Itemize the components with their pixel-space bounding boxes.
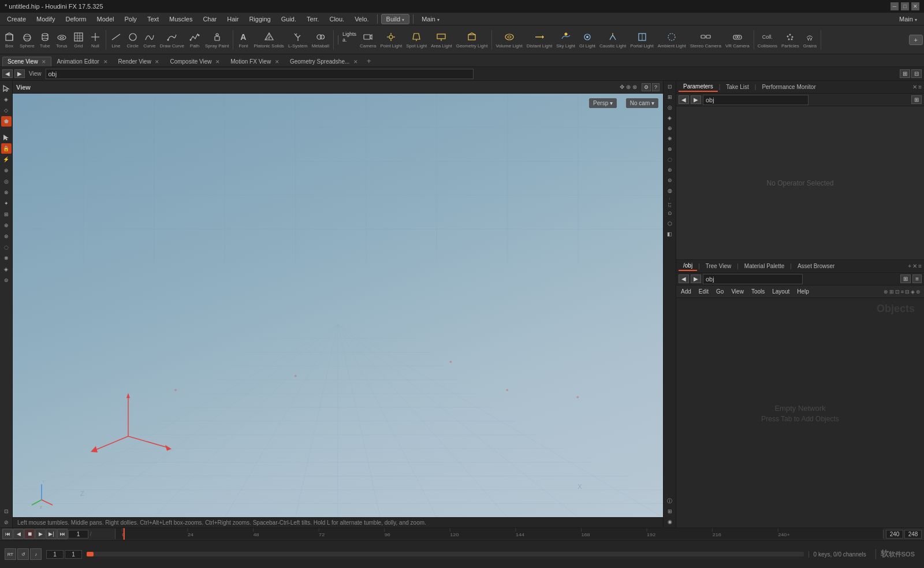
- tool-icon-14[interactable]: ◌: [1, 242, 12, 253]
- tool-platonic-solids[interactable]: Platonic Solids: [252, 30, 285, 50]
- net-back-button[interactable]: ◀: [679, 274, 689, 283]
- tab-composite-view[interactable]: Composite View ✕: [165, 57, 225, 66]
- vr-icon-13[interactable]: ⬡: [665, 219, 675, 228]
- tool-l-system[interactable]: L-System: [286, 30, 310, 50]
- tool-spray-paint[interactable]: Spray Paint: [203, 30, 230, 50]
- menu-main[interactable]: Main ▾: [417, 14, 444, 24]
- tool-path[interactable]: Path: [187, 30, 203, 50]
- timeline-numbers[interactable]: 0 24 48 72 96 120 144 168 192 216 240+: [116, 528, 883, 540]
- tool-icon-10[interactable]: ✦: [1, 198, 12, 209]
- tool-point-light[interactable]: Point Light: [378, 30, 404, 50]
- tool-vr-camera[interactable]: VR Camera: [724, 30, 751, 50]
- vr-icon-14[interactable]: ◧: [665, 229, 675, 239]
- tool-icon-4[interactable]: ⬟: [1, 116, 12, 127]
- tool-icon-3[interactable]: ◇: [1, 105, 12, 116]
- menu-muscles[interactable]: Muscles: [165, 14, 197, 24]
- tool-camera[interactable]: Camera: [358, 30, 378, 50]
- net-edit-btn[interactable]: Edit: [695, 287, 712, 296]
- right-forward-button[interactable]: ▶: [691, 95, 701, 104]
- vr-icon-3[interactable]: ◎: [665, 103, 675, 112]
- network-close-btn[interactable]: ✕: [912, 263, 917, 269]
- view-settings-btn[interactable]: ⚙: [642, 83, 651, 91]
- tab-tree-view[interactable]: Tree View: [701, 262, 736, 270]
- tab-animation-editor[interactable]: Animation Editor ✕: [51, 57, 113, 66]
- btn-stop[interactable]: ⏹: [24, 529, 35, 539]
- net-layout-btn[interactable]: ⊞: [900, 274, 911, 283]
- btn-loop[interactable]: ↺: [17, 548, 29, 560]
- menu-rigging[interactable]: Rigging: [244, 14, 275, 24]
- tool-sky-light[interactable]: Sky Light: [554, 30, 577, 50]
- network-path-input[interactable]: [703, 274, 803, 284]
- net-list-btn[interactable]: ≡: [912, 274, 922, 283]
- network-add-pane-btn[interactable]: +: [908, 263, 911, 269]
- menu-deform[interactable]: Deform: [61, 14, 91, 24]
- tool-volume-light[interactable]: Volume Light: [494, 30, 524, 50]
- vr-icon-12[interactable]: ⊙: [665, 209, 675, 218]
- tab-performance-monitor[interactable]: Performance Monitor: [757, 83, 820, 91]
- start-frame-input[interactable]: [46, 550, 64, 559]
- vr-icon-grid[interactable]: ⊞: [665, 507, 675, 516]
- tool-icon-17[interactable]: ⊜: [1, 275, 12, 285]
- tool-circle[interactable]: Circle: [125, 30, 141, 50]
- nav-prev-button[interactable]: ⊟: [911, 69, 922, 78]
- total-frames-display[interactable]: [904, 530, 922, 539]
- 3d-viewport[interactable]: Y Z Persp ▾ No cam ▾ Z X: [13, 94, 663, 517]
- btn-go-start[interactable]: ⏮: [2, 529, 13, 539]
- tool-draw-curve[interactable]: Draw Curve: [158, 30, 186, 50]
- tab-motion-fx-view[interactable]: Motion FX View ✕: [225, 57, 285, 66]
- tool-geometry-light[interactable]: Geometry Light: [454, 30, 490, 50]
- net-tools-btn[interactable]: Tools: [748, 287, 768, 296]
- vr-icon-7[interactable]: ⊗: [665, 144, 675, 154]
- net-help-btn[interactable]: Help: [793, 287, 813, 296]
- tool-lights-a[interactable]: Lights a.: [341, 30, 357, 50]
- tool-metaball[interactable]: Metaball: [310, 30, 331, 50]
- tool-select[interactable]: [1, 83, 12, 94]
- tool-icon-11[interactable]: ⊞: [1, 209, 12, 220]
- tool-icon-16[interactable]: ◈: [1, 264, 12, 274]
- net-icon-list3[interactable]: ≡: [901, 289, 904, 295]
- toolbar-plus-button[interactable]: +: [909, 35, 923, 45]
- net-icon-list4[interactable]: ⊟: [905, 289, 910, 295]
- minimize-button[interactable]: ─: [891, 2, 899, 10]
- menu-guid[interactable]: Guid.: [277, 14, 301, 24]
- tool-ambient-light[interactable]: Ambient Light: [656, 30, 688, 50]
- vr-icon-4[interactable]: ◈: [665, 113, 675, 122]
- net-icon-list2[interactable]: ⊡: [895, 289, 900, 295]
- tab-asset-browser[interactable]: Asset Browser: [793, 262, 839, 270]
- tool-grid[interactable]: Grid: [70, 30, 87, 50]
- tab-obj[interactable]: /obj: [679, 261, 697, 271]
- path-input-main[interactable]: [46, 69, 474, 79]
- net-icon-list5[interactable]: ◈: [911, 289, 915, 295]
- btn-prev-frame[interactable]: ◀: [13, 529, 24, 539]
- tab-material-palette[interactable]: Material Palette: [740, 262, 789, 270]
- vr-icon-1[interactable]: ⊡: [665, 82, 675, 91]
- tool-torus[interactable]: Torus: [54, 30, 70, 50]
- tool-grains[interactable]: Grains: [802, 30, 819, 50]
- btn-audio[interactable]: ♪: [30, 548, 42, 560]
- path-forward-button[interactable]: ▶: [14, 69, 25, 78]
- menu-model[interactable]: Model: [92, 14, 119, 24]
- tool-icon-12[interactable]: ⊕: [1, 220, 12, 231]
- tool-portal-light[interactable]: Portal Light: [628, 30, 655, 50]
- params-menu-btn[interactable]: ≡: [918, 84, 922, 90]
- sub-frame-input[interactable]: [65, 550, 82, 559]
- tool-icon-15[interactable]: ❋: [1, 253, 12, 263]
- net-icon-search[interactable]: ⊗: [884, 289, 888, 295]
- build-button[interactable]: Build ▾: [381, 14, 410, 24]
- menu-char[interactable]: Char: [198, 14, 221, 24]
- menu-hair[interactable]: Hair: [222, 14, 243, 24]
- tab-add-button[interactable]: +: [363, 55, 375, 66]
- tool-icon-13[interactable]: ⊛: [1, 231, 12, 242]
- tab-render-view[interactable]: Render View ✕: [113, 57, 165, 66]
- menu-main2[interactable]: Main ▾: [895, 14, 922, 24]
- tool-box[interactable]: Box: [1, 30, 17, 50]
- tool-icon-7[interactable]: ⊕: [1, 165, 12, 176]
- tool-curve[interactable]: Curve: [141, 30, 158, 50]
- menu-terr[interactable]: Terr.: [302, 14, 323, 24]
- net-go-btn[interactable]: Go: [713, 287, 727, 296]
- menu-clou[interactable]: Clou.: [325, 14, 349, 24]
- vr-icon-info[interactable]: ⓘ: [665, 496, 675, 506]
- vr-icon-9[interactable]: ⊛: [665, 165, 675, 175]
- btn-go-end[interactable]: ⏭: [57, 529, 68, 539]
- tool-collisions[interactable]: Coll. Collisions: [756, 30, 779, 50]
